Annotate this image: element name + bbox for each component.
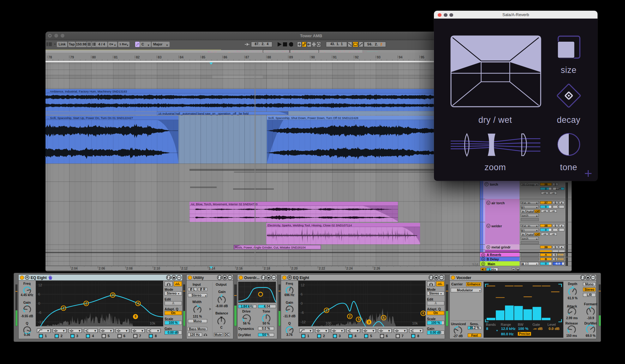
svg-text:2:24: 2:24 (346, 267, 353, 270)
svg-text:3: 3 (112, 293, 114, 297)
svg-text:12: 12 (301, 283, 304, 287)
svg-text:2:26: 2:26 (374, 267, 380, 270)
svg-text:2:10: 2:10 (154, 267, 160, 270)
svg-text:-6: -6 (301, 311, 304, 314)
svg-text:2:12: 2:12 (181, 267, 188, 270)
svg-text:2:04: 2:04 (71, 267, 78, 270)
svg-text:4: 4 (137, 302, 139, 305)
svg-text:81: 81 (114, 55, 118, 59)
svg-text:86: 86 (224, 55, 227, 59)
svg-text:95: 95 (421, 55, 424, 59)
svg-text:2:06: 2:06 (99, 267, 105, 270)
svg-text:80: 80 (92, 55, 96, 59)
svg-text:93: 93 (377, 55, 381, 59)
svg-text:2:16: 2:16 (236, 267, 243, 270)
svg-text:1: 1 (63, 307, 64, 310)
svg-text:100: 100 (326, 321, 331, 325)
svg-text:85: 85 (201, 55, 205, 59)
svg-text:2: 2 (85, 302, 87, 305)
svg-text:8: 8 (422, 312, 424, 315)
svg-text:82: 82 (136, 55, 140, 59)
svg-text:84: 84 (180, 55, 183, 59)
svg-text:10k: 10k (150, 321, 155, 325)
svg-text:-12: -12 (301, 320, 306, 324)
svg-text:-6: -6 (38, 311, 41, 314)
svg-text:4: 4 (383, 316, 385, 319)
svg-text:2:18: 2:18 (264, 267, 270, 270)
svg-text:2: 2 (349, 315, 351, 318)
svg-text:91: 91 (333, 55, 337, 59)
svg-text:89: 89 (289, 55, 293, 59)
svg-text:1: 1 (326, 309, 328, 312)
svg-text:12: 12 (38, 283, 42, 287)
svg-text:94: 94 (399, 55, 403, 59)
svg-text:92: 92 (355, 55, 359, 59)
svg-text:10k: 10k (412, 321, 418, 325)
svg-text:8: 8 (135, 315, 136, 318)
svg-text:2:22: 2:22 (319, 267, 325, 270)
svg-text:79: 79 (70, 55, 74, 59)
svg-text:5: 5 (358, 318, 359, 321)
svg-text:3: 3 (368, 320, 370, 324)
svg-text:2:08: 2:08 (126, 267, 133, 270)
svg-text:87: 87 (245, 55, 249, 59)
svg-text:83: 83 (158, 55, 162, 59)
svg-text:88: 88 (267, 55, 271, 59)
svg-text:78: 78 (48, 55, 52, 59)
svg-text:2:20: 2:20 (291, 267, 297, 270)
svg-text:90: 90 (311, 55, 315, 59)
